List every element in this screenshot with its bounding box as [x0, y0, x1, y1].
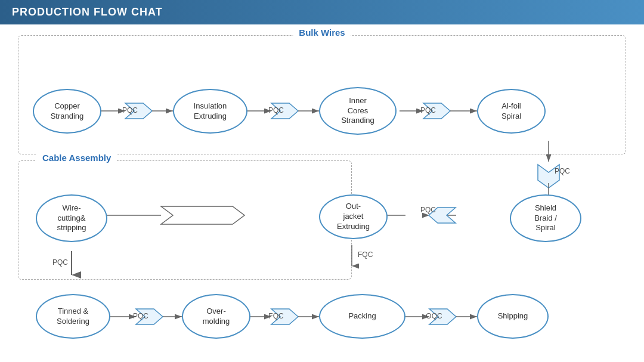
svg-marker-26: [271, 309, 298, 324]
overmolding-node: Over- molding: [182, 294, 250, 339]
wire-cutting-label: Wire- cutting& stripping: [57, 203, 86, 234]
copper-stranding-node: Copper Stranding: [33, 89, 101, 134]
shipping-label: Shipping: [498, 311, 528, 321]
tinned-soldering-node: Tinned & Soldering: [36, 294, 110, 339]
svg-text:PQC: PQC: [133, 312, 148, 320]
packing-label: Packing: [348, 311, 376, 321]
header: PRODUCTION FLOW CHAT: [0, 0, 644, 24]
tinned-soldering-label: Tinned & Soldering: [57, 307, 89, 327]
svg-marker-23: [136, 309, 163, 324]
outjacket-extruding-label: Out- jacket Extruding: [337, 202, 370, 232]
shield-braid-spiral-node: Shield Braid / Spiral: [510, 194, 581, 242]
svg-text:PQC: PQC: [420, 206, 436, 214]
svg-text:FQC: FQC: [358, 250, 373, 259]
copper-stranding-label: Copper Stranding: [51, 101, 84, 122]
svg-text:OQC: OQC: [426, 312, 442, 320]
bulk-wires-label: Bulk Wires: [293, 27, 351, 38]
svg-marker-13: [538, 165, 559, 188]
svg-marker-29: [429, 309, 456, 324]
insulation-extruding-node: Insulation Extruding: [173, 89, 247, 134]
inner-cores-stranding-node: Inner Cores Stranding: [319, 87, 397, 135]
outjacket-extruding-node: Out- jacket Extruding: [319, 194, 388, 239]
packing-node: Packing: [319, 294, 405, 339]
main-content: Bulk Wires Cable Assembly: [0, 24, 644, 358]
svg-text:FQC: FQC: [268, 312, 284, 320]
svg-marker-16: [429, 208, 456, 223]
header-title: PRODUCTION FLOW CHAT: [12, 6, 163, 18]
svg-text:PQC: PQC: [555, 167, 570, 175]
shield-braid-spiral-label: Shield Braid / Spiral: [534, 203, 557, 234]
cable-assembly-label: Cable Assembly: [36, 153, 117, 163]
overmolding-label: Over- molding: [203, 307, 230, 327]
wire-cutting-node: Wire- cutting& stripping: [36, 194, 107, 242]
shipping-node: Shipping: [477, 294, 549, 339]
insulation-extruding-label: Insulation Extruding: [194, 101, 227, 122]
inner-cores-stranding-label: Inner Cores Stranding: [341, 96, 374, 126]
al-foil-spiral-label: Al-foil Spiral: [501, 101, 521, 122]
al-foil-spiral-node: Al-foil Spiral: [477, 89, 546, 134]
